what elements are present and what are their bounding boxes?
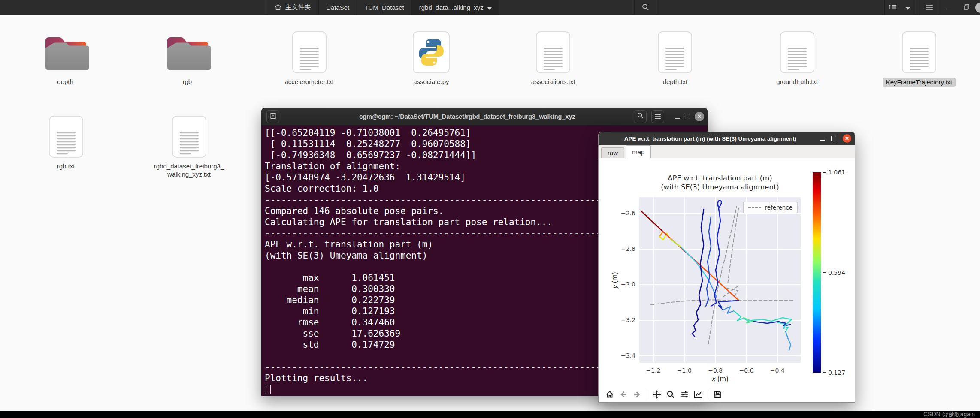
plot-maximize-button[interactable] [831,136,836,141]
plot-window-title: APE w.r.t. translation part (m) (with SE… [603,135,818,142]
list-view-icon [889,4,896,11]
colorbar-tick: 0.594 [823,269,845,276]
terminal-menu-button[interactable] [651,110,664,123]
x-tick-label: −1.0 [677,367,692,374]
forward-icon [633,390,641,399]
terminal-titlebar[interactable]: cgm@cgm: ~/DataSet/TUM_Dataset/rgbd_data… [261,108,708,126]
new-tab-button[interactable] [266,110,279,123]
view-options-button[interactable] [900,0,916,15]
file-item[interactable]: rgbd_dataset_freiburg3_walking_xyz.txt [127,110,251,178]
colorbar-tick: 1.061 [823,169,845,176]
x-axis-var: x [711,375,715,383]
y-tick-label: −3.2 [621,316,635,323]
search-icon [637,112,644,120]
file-item[interactable]: accelerometer.txt [248,25,370,87]
text-icon [658,25,692,73]
subplots-icon [680,390,689,399]
bottom-strip: CSDN @楚歌again [0,411,980,418]
new-tab-icon [270,113,276,120]
terminal-minimize-button[interactable] [675,118,680,119]
back-button[interactable] [617,388,629,400]
figure-title-line2: (with SE(3) Umeyama alignment) [639,183,801,192]
trajectory-path [723,307,734,313]
colorbar-tick-label: 1.061 [828,169,845,176]
text-icon [49,110,83,158]
x-tick-label: −0.6 [739,367,753,374]
file-label: rgb.txt [57,162,75,170]
text-icon [172,110,206,158]
text-icon [536,25,570,73]
y-axis-label: y (m) [611,263,619,298]
toolbar-separator [708,389,708,400]
trajectory-path [659,232,663,237]
forward-button[interactable] [631,388,643,400]
zoom-icon [666,390,675,399]
zoom-button[interactable] [665,388,676,400]
trajectory-path [734,311,747,321]
file-label: associate.py [413,78,449,86]
terminal-maximize-button[interactable] [685,114,690,119]
x-tick-label: −1.2 [646,367,661,374]
figure-title: APE w.r.t. translation part (m) (with SE… [639,174,801,192]
file-item[interactable]: KeyFrameTrajectory.txt [858,25,980,87]
legend: reference [743,202,798,213]
customize-button[interactable] [692,388,704,400]
plot-axes[interactable]: reference [639,197,801,363]
pan-icon [653,390,661,399]
home-button[interactable] [604,388,615,400]
search-icon [642,3,649,12]
plot-close-button[interactable]: ✕ [843,134,851,143]
search-button[interactable] [634,0,656,15]
window-minimize-button[interactable] [939,0,957,15]
file-item[interactable]: groundtruth.txt [736,25,858,87]
figure-title-line1: APE w.r.t. translation part (m) [639,174,801,183]
tab-map[interactable]: map [626,145,651,158]
terminal-window-controls: ✕ [634,110,704,123]
file-item[interactable]: depth [4,25,126,87]
colorbar-tick-mark [823,272,826,273]
terminal-cursor [265,385,271,394]
breadcrumb-item-3[interactable]: rgbd_data...alking_xyz [411,0,499,15]
tab-raw[interactable]: raw [601,147,624,158]
figure-canvas[interactable]: APE w.r.t. translation part (m) (with SE… [599,158,855,387]
back-icon [619,390,628,399]
x-tick-label: −0.4 [770,367,785,374]
colorbar [813,172,821,373]
colorbar-tick: 0.127 [823,369,845,376]
file-item[interactable]: associations.txt [492,25,614,87]
menu-button[interactable] [920,0,939,15]
home-icon [275,4,281,12]
folder-icon [163,25,211,73]
terminal-search-button[interactable] [634,110,647,123]
colorbar-tick-mark [823,372,826,373]
tab-map-label: map [632,148,644,156]
window-close-button[interactable] [975,3,980,13]
restore-icon [964,4,969,11]
tab-raw-label: raw [608,149,618,156]
file-item[interactable]: rgb.txt [4,110,127,178]
list-view-button[interactable] [885,0,900,15]
breadcrumb-item-0[interactable]: 主文件夹 [267,0,318,15]
trajectory-path [692,209,704,337]
breadcrumb-item-2[interactable]: TUM_Dataset [357,0,411,15]
file-item[interactable]: depth.txt [614,25,736,87]
subplots-button[interactable] [678,388,690,400]
breadcrumb-item-1[interactable]: DataSet [318,0,357,15]
save-icon [714,390,722,399]
plot-minimize-button[interactable] [820,140,825,141]
pan-button[interactable] [651,388,662,400]
save-button[interactable] [712,388,723,400]
y-tick-label: −3.0 [621,281,635,288]
reference-path [651,300,793,305]
text-icon [780,25,814,73]
trajectory-path [706,217,711,306]
window-restore-button[interactable] [957,0,975,15]
terminal-close-button[interactable]: ✕ [695,112,704,121]
file-item[interactable]: associate.py [370,25,492,87]
reference-path [708,206,737,344]
text-icon [292,25,327,73]
reference-path [728,208,738,284]
plot-titlebar[interactable]: APE w.r.t. translation part (m) (with SE… [599,132,855,145]
x-axis-label: x (m) [639,375,801,383]
file-item[interactable]: rgb [126,25,248,87]
